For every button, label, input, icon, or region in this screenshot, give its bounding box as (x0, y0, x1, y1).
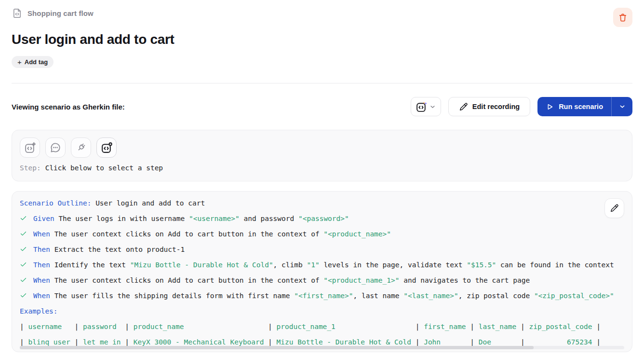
trash-icon (618, 13, 628, 22)
check-icon (20, 226, 33, 242)
edit-recording-button[interactable]: Edit recording (448, 97, 530, 116)
scrollbar-thumb[interactable] (20, 346, 534, 349)
check-icon (20, 257, 33, 273)
run-scenario-label: Run scenario (559, 103, 603, 110)
gherkin-line[interactable]: When The user fills the shipping details… (20, 288, 624, 303)
comment-step-button[interactable] (45, 137, 66, 158)
plug-icon (75, 142, 87, 153)
edit-recording-label: Edit recording (472, 103, 520, 110)
toolbar-actions: Edit recording Run scenario (411, 97, 632, 116)
page-title: User login and add to cart (12, 32, 632, 47)
horizontal-scrollbar[interactable] (20, 346, 624, 349)
add-tag-button[interactable]: + Add tag (12, 56, 54, 68)
pencil-icon (459, 102, 468, 111)
add-tag-label: Add tag (25, 58, 48, 66)
gherkin-line[interactable]: Given The user logs in with username "<u… (20, 211, 624, 226)
run-scenario-split-button: Run scenario (537, 97, 632, 116)
comment-icon (50, 142, 61, 153)
run-options-button[interactable] (611, 97, 632, 116)
step-type-buttons (20, 137, 624, 158)
breadcrumb[interactable]: Shopping cart flow (12, 8, 94, 19)
pencil-icon (610, 204, 619, 213)
gherkin-line[interactable]: When The user context clicks on Add to c… (20, 226, 624, 242)
delete-scenario-button[interactable] (613, 8, 632, 27)
chevron-down-icon (429, 103, 436, 110)
breadcrumb-label: Shopping cart flow (27, 9, 94, 17)
file-code-icon (12, 8, 23, 19)
chevron-down-icon (618, 103, 626, 110)
step-panel: Step:Click below to select a step (12, 130, 632, 181)
code-circle-icon (101, 142, 113, 154)
step-label: Step: (20, 164, 41, 172)
gherkin-line[interactable]: | username | password | product_name | p… (20, 319, 624, 334)
page: Shopping cart flow User login and add to… (12, 0, 632, 352)
gherkin-line[interactable]: When The user context clicks on Add to c… (20, 273, 624, 288)
play-icon (546, 103, 554, 111)
check-icon (20, 273, 33, 288)
divider (12, 83, 632, 83)
gherkin-panel: Scenario Outline: User login and add to … (12, 191, 632, 352)
step-value: Click below to select a step (45, 164, 163, 172)
edit-gherkin-button[interactable] (604, 198, 624, 218)
check-icon (20, 211, 33, 226)
connector-step-button[interactable] (71, 137, 91, 158)
code-step-button[interactable] (96, 137, 117, 158)
code-sparkle-icon (416, 101, 428, 113)
gherkin-code: Scenario Outline: User login and add to … (20, 195, 624, 350)
code-sparkle-icon (24, 142, 36, 154)
gherkin-line[interactable]: Scenario Outline: User login and add to … (20, 195, 624, 211)
gherkin-line[interactable]: Then Extract the text onto product-1 (20, 242, 624, 257)
step-line: Step:Click below to select a step (20, 164, 624, 172)
check-icon (20, 288, 33, 303)
ai-code-step-button[interactable] (20, 137, 40, 158)
check-icon (20, 242, 33, 257)
plus-icon: + (17, 58, 22, 66)
gherkin-line[interactable]: Examples: (20, 303, 624, 319)
gherkin-line[interactable]: Then Identify the text "Mizu Bottle - Du… (20, 257, 624, 273)
header-row: Shopping cart flow (12, 0, 632, 27)
viewing-label: Viewing scenario as Gherkin file: (12, 103, 125, 111)
toolbar-row: Viewing scenario as Gherkin file: Edit r… (12, 97, 632, 116)
run-scenario-button[interactable]: Run scenario (537, 97, 611, 116)
generate-code-dropdown-button[interactable] (411, 97, 441, 116)
